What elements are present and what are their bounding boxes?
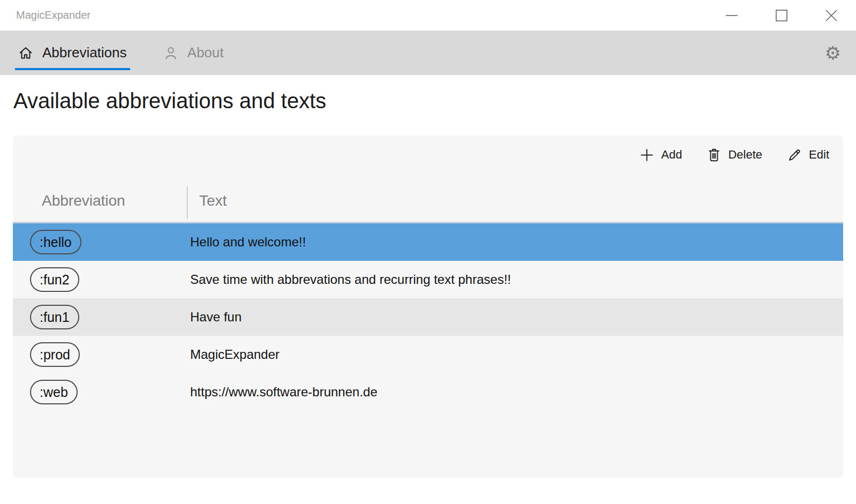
trash-icon <box>707 148 721 162</box>
table-row[interactable]: :fun2 Save time with abbrevations and re… <box>13 261 843 298</box>
titlebar: MagicExpander <box>0 0 856 31</box>
abbreviation-pill: :fun2 <box>30 267 79 292</box>
plus-icon <box>640 148 654 162</box>
abbreviation-pill: :prod <box>30 342 80 367</box>
table-row[interactable]: :web https://www.software-brunnen.de <box>13 373 843 411</box>
pencil-icon <box>787 148 802 162</box>
abbreviation-pill: :fun1 <box>30 305 79 329</box>
person-icon <box>163 46 178 61</box>
row-text: MagicExpander <box>190 347 280 362</box>
delete-button-label: Delete <box>728 148 762 162</box>
abbreviations-panel: Add Delete Edit <box>13 136 843 478</box>
minimize-icon <box>725 9 738 22</box>
tab-label: About <box>187 44 224 61</box>
row-text: Hello and welcome!! <box>190 235 306 250</box>
window-controls <box>707 0 856 31</box>
row-text: Have fun <box>190 310 242 325</box>
table-rows: :hello Hello and welcome!! :fun2 Save ti… <box>13 223 843 411</box>
app-window: MagicExpander <box>0 0 856 478</box>
abbreviation-pill: :hello <box>30 230 81 254</box>
close-button[interactable] <box>806 0 856 31</box>
add-button-label: Add <box>661 148 682 162</box>
tab-abbreviations[interactable]: Abbreviations <box>15 31 130 75</box>
home-icon <box>18 46 33 61</box>
row-text: https://www.software-brunnen.de <box>190 385 378 400</box>
toolbar: Add Delete Edit <box>640 144 829 166</box>
edit-button[interactable]: Edit <box>787 144 829 166</box>
table-header: Abbreviation Text <box>13 185 843 223</box>
column-divider <box>187 186 187 219</box>
column-header-text: Text <box>199 192 227 209</box>
column-header-abbreviation: Abbreviation <box>42 192 125 209</box>
gear-icon: ⚙ <box>825 43 841 63</box>
tab-bar: Abbreviations About ⚙ <box>0 31 856 75</box>
maximize-icon <box>775 9 788 22</box>
settings-button[interactable]: ⚙ <box>825 44 841 62</box>
window-title: MagicExpander <box>16 9 91 21</box>
edit-button-label: Edit <box>809 148 829 162</box>
table-row[interactable]: :prod MagicExpander <box>13 336 843 373</box>
delete-button[interactable]: Delete <box>707 144 762 166</box>
close-icon <box>825 9 838 22</box>
page-title: Available abbreviations and texts <box>0 75 856 126</box>
row-text: Save time with abbrevations and recurrin… <box>190 272 511 287</box>
table-row[interactable]: :fun1 Have fun <box>13 298 843 336</box>
abbreviation-pill: :web <box>30 380 78 404</box>
table-row[interactable]: :hello Hello and welcome!! <box>13 223 843 261</box>
tab-about[interactable]: About <box>160 31 227 75</box>
minimize-button[interactable] <box>707 0 756 31</box>
maximize-button[interactable] <box>756 0 806 31</box>
tab-label: Abbreviations <box>42 44 127 61</box>
add-button[interactable]: Add <box>640 144 682 166</box>
